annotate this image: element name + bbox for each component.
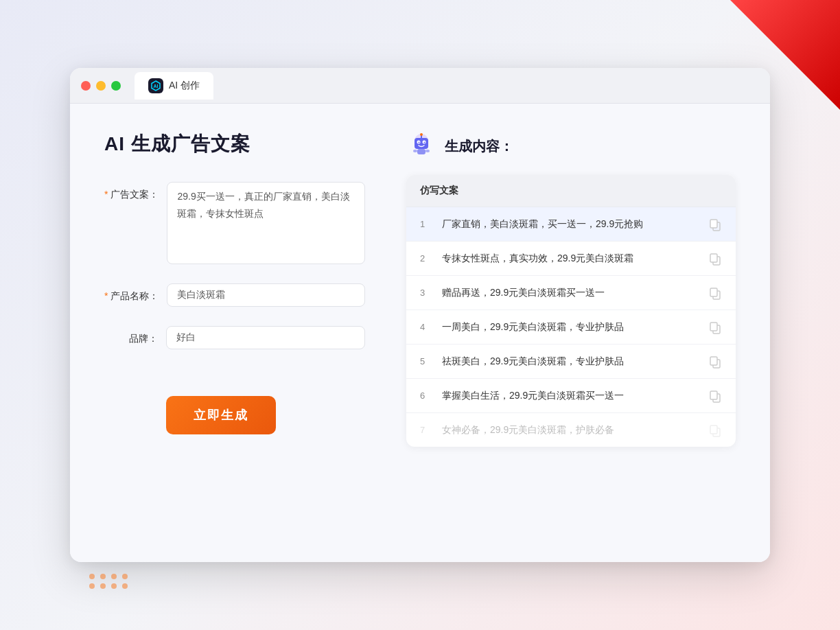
right-panel: 生成内容： 仿写文案 1 厂家直销，美白淡斑霜，买一送一，29.9元抢购 2	[406, 131, 736, 535]
table-row: 2 专抹女性斑点，真实功效，29.9元美白淡斑霜	[406, 242, 736, 276]
svg-rect-18	[710, 288, 717, 296]
main-content: AI 生成广告文案 广告文案： 29.9买一送一，真正的厂家直销，美白淡斑霜，专…	[70, 104, 770, 562]
row-text: 一周美白，29.9元美白淡斑霜，专业护肤品	[442, 320, 700, 334]
svg-rect-12	[425, 150, 430, 152]
copy-icon[interactable]	[708, 355, 722, 369]
row-number: 2	[420, 253, 434, 264]
row-number: 4	[420, 322, 434, 332]
table-row: 6 掌握美白生活，29.9元美白淡斑霜买一送一	[406, 379, 736, 413]
window-controls	[81, 81, 121, 91]
svg-text:AI: AI	[154, 84, 159, 89]
title-bar: AI AI 创作	[70, 68, 770, 104]
row-number: 7	[420, 425, 434, 435]
brand-input[interactable]	[166, 326, 365, 349]
copy-icon[interactable]	[708, 389, 722, 403]
result-table: 仿写文案 1 厂家直销，美白淡斑霜，买一送一，29.9元抢购 2 专抹女性斑点，…	[406, 175, 736, 447]
svg-rect-14	[710, 220, 717, 228]
svg-rect-26	[710, 425, 717, 434]
row-text: 女神必备，29.9元美白淡斑霜，护肤必备	[442, 423, 700, 437]
product-name-input[interactable]	[167, 283, 365, 307]
copy-icon[interactable]	[708, 218, 722, 231]
svg-rect-10	[417, 149, 425, 154]
row-text: 赠品再送，29.9元美白淡斑霜买一送一	[442, 285, 700, 300]
svg-point-7	[424, 142, 425, 143]
table-row: 7 女神必备，29.9元美白淡斑霜，护肤必备	[406, 413, 736, 447]
svg-rect-3	[415, 138, 428, 149]
row-number: 5	[420, 356, 434, 366]
svg-rect-22	[710, 357, 717, 365]
svg-point-6	[419, 142, 420, 143]
row-number: 6	[420, 390, 434, 401]
svg-rect-11	[413, 150, 417, 152]
svg-point-9	[420, 133, 423, 136]
page-title: AI 生成广告文案	[104, 131, 365, 157]
tab-ai-icon: AI	[148, 78, 163, 93]
left-panel: AI 生成广告文案 广告文案： 29.9买一送一，真正的厂家直销，美白淡斑霜，专…	[104, 131, 365, 535]
copy-icon[interactable]	[708, 320, 722, 334]
brand-label: 品牌：	[104, 326, 166, 346]
brand-group: 品牌：	[104, 326, 365, 349]
browser-tab[interactable]: AI AI 创作	[135, 72, 213, 100]
product-name-group: 产品名称：	[104, 283, 365, 307]
row-number: 1	[420, 219, 434, 229]
row-text: 专抹女性斑点，真实功效，29.9元美白淡斑霜	[442, 251, 700, 266]
submit-button[interactable]: 立即生成	[166, 396, 276, 434]
browser-window: AI AI 创作 AI 生成广告文案 广告文案： 29.9买一送一，真正的厂家直…	[70, 68, 770, 562]
svg-rect-24	[710, 391, 717, 399]
table-header: 仿写文案	[406, 175, 736, 207]
row-text: 厂家直销，美白淡斑霜，买一送一，29.9元抢购	[442, 217, 700, 231]
table-row: 1 厂家直销，美白淡斑霜，买一送一，29.9元抢购	[406, 207, 736, 242]
robot-icon	[406, 131, 436, 161]
result-title: 生成内容：	[445, 137, 513, 156]
copy-icon[interactable]	[708, 286, 722, 300]
minimize-button[interactable]	[96, 81, 106, 91]
copy-icon[interactable]	[708, 423, 722, 437]
dots-decoration	[89, 574, 129, 589]
result-header: 生成内容：	[406, 131, 736, 161]
table-row: 3 赠品再送，29.9元美白淡斑霜买一送一	[406, 276, 736, 310]
table-row: 4 一周美白，29.9元美白淡斑霜，专业护肤品	[406, 310, 736, 345]
ad-copy-input[interactable]: 29.9买一送一，真正的厂家直销，美白淡斑霜，专抹女性斑点	[167, 182, 365, 264]
maximize-button[interactable]	[111, 81, 121, 91]
row-number: 3	[420, 288, 434, 298]
row-text: 祛斑美白，29.9元美白淡斑霜，专业护肤品	[442, 354, 700, 369]
product-name-label: 产品名称：	[104, 283, 167, 303]
close-button[interactable]	[81, 81, 91, 91]
row-text: 掌握美白生活，29.9元美白淡斑霜买一送一	[442, 388, 700, 403]
svg-rect-16	[710, 254, 717, 262]
ad-copy-group: 广告文案： 29.9买一送一，真正的厂家直销，美白淡斑霜，专抹女性斑点	[104, 182, 365, 264]
table-row: 5 祛斑美白，29.9元美白淡斑霜，专业护肤品	[406, 345, 736, 379]
ad-copy-label: 广告文案：	[104, 182, 167, 202]
copy-icon[interactable]	[708, 252, 722, 266]
svg-rect-20	[710, 323, 717, 331]
tab-title: AI 创作	[169, 80, 200, 92]
